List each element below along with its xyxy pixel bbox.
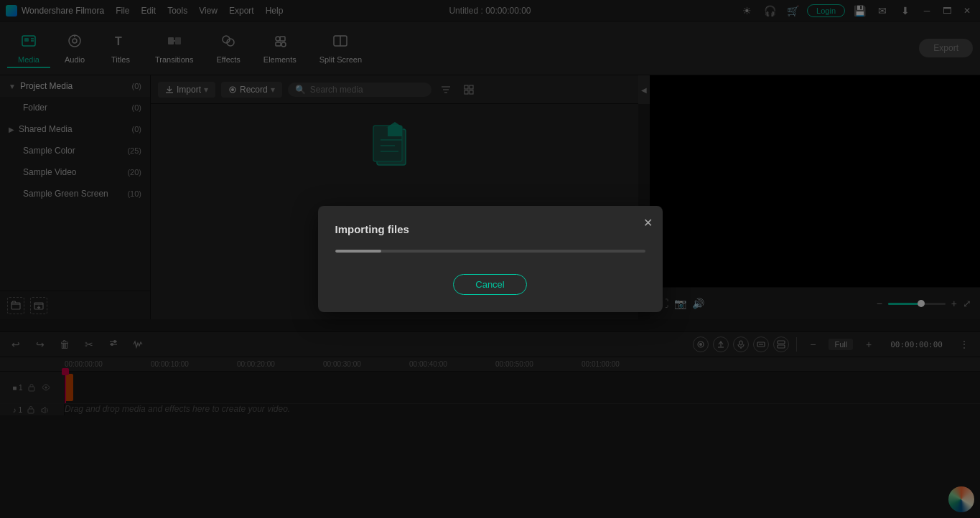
- dialog-title: Importing files: [335, 223, 645, 235]
- cancel-button[interactable]: Cancel: [453, 274, 526, 295]
- progress-bar-background: [335, 250, 645, 253]
- progress-bar-fill: [335, 250, 382, 253]
- importing-dialog: Importing files ✕ Cancel: [318, 206, 663, 312]
- dialog-close-button[interactable]: ✕: [643, 216, 653, 230]
- dialog-footer: Cancel: [335, 274, 645, 295]
- dialog-overlay: Importing files ✕ Cancel: [0, 0, 980, 518]
- progress-area: [335, 250, 645, 253]
